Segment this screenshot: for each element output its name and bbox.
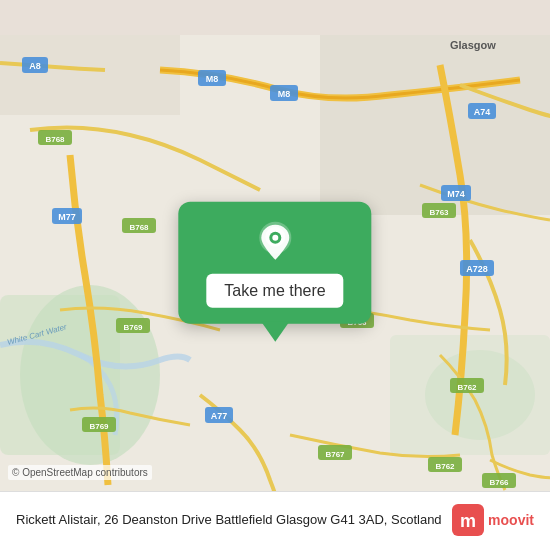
svg-text:m: m — [460, 511, 476, 531]
svg-text:B762: B762 — [457, 383, 477, 392]
svg-text:B762: B762 — [435, 462, 455, 471]
location-popup: Take me there — [178, 202, 371, 324]
svg-point-48 — [272, 235, 278, 241]
svg-text:M74: M74 — [447, 189, 465, 199]
svg-text:A74: A74 — [474, 107, 491, 117]
svg-text:B769: B769 — [89, 422, 109, 431]
copyright-notice: © OpenStreetMap contributors — [8, 465, 152, 480]
svg-text:B766: B766 — [489, 478, 509, 487]
svg-text:B768: B768 — [129, 223, 149, 232]
info-card: Rickett Alistair, 26 Deanston Drive Batt… — [0, 491, 550, 550]
svg-text:Glasgow: Glasgow — [450, 39, 496, 51]
svg-text:B763: B763 — [429, 208, 449, 217]
svg-text:A77: A77 — [211, 411, 228, 421]
moovit-icon: m — [452, 504, 484, 536]
svg-text:M77: M77 — [58, 212, 76, 222]
svg-rect-4 — [390, 335, 550, 455]
map-container: A8 M8 M8 A74 B768 M77 B768 M74 B763 B769… — [0, 0, 550, 550]
svg-rect-5 — [320, 35, 550, 215]
moovit-brand-text: moovit — [488, 512, 534, 528]
svg-text:A728: A728 — [466, 264, 488, 274]
svg-text:B767: B767 — [325, 450, 345, 459]
svg-text:A8: A8 — [29, 61, 41, 71]
svg-rect-6 — [0, 35, 180, 115]
location-pin-icon — [253, 220, 297, 264]
svg-text:B769: B769 — [123, 323, 143, 332]
svg-text:M8: M8 — [278, 89, 291, 99]
svg-text:M8: M8 — [206, 74, 219, 84]
svg-text:B768: B768 — [45, 135, 65, 144]
moovit-logo: m moovit — [452, 504, 534, 536]
address-text: Rickett Alistair, 26 Deanston Drive Batt… — [16, 511, 442, 529]
take-me-there-button[interactable]: Take me there — [206, 274, 343, 308]
